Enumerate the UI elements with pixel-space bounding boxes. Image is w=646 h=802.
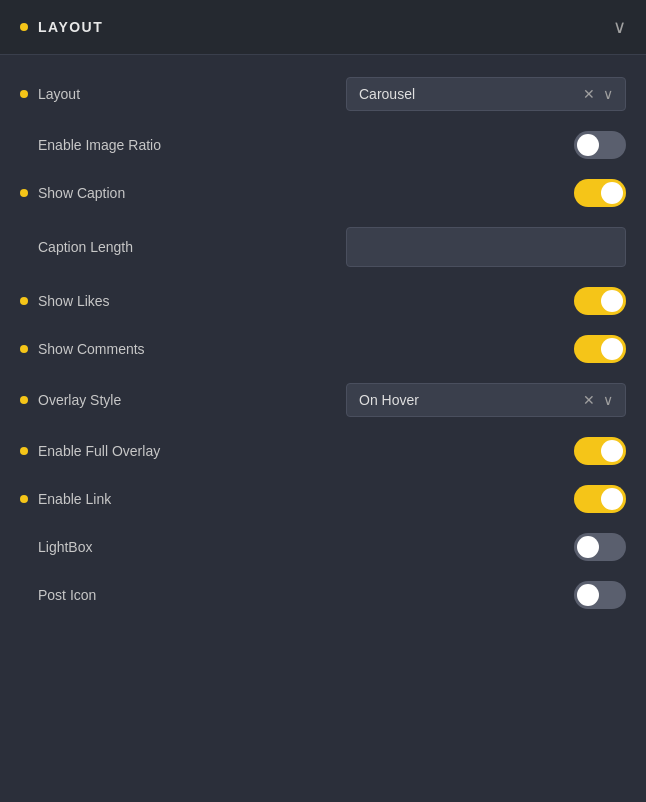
show-likes-toggle[interactable] [574,287,626,315]
enable-link-dot [20,495,28,503]
row-enable-full-overlay: Enable Full Overlay [20,427,626,475]
lightbox-label: LightBox [20,539,92,555]
enable-image-ratio-toggle[interactable] [574,131,626,159]
layout-label: Layout [20,86,80,102]
caption-length-input[interactable] [346,227,626,267]
row-lightbox: LightBox [20,523,626,571]
layout-dot [20,90,28,98]
lightbox-toggle[interactable] [574,533,626,561]
show-comments-toggle[interactable] [574,335,626,363]
overlay-clear-icon[interactable]: ✕ [583,392,595,408]
collapse-chevron-icon[interactable]: ∨ [613,16,626,38]
panel-header: LAYOUT ∨ [0,0,646,55]
row-show-caption: Show Caption [20,169,626,217]
enable-image-ratio-label: Enable Image Ratio [20,137,161,153]
row-show-comments: Show Comments [20,325,626,373]
show-likes-label: Show Likes [20,293,110,309]
enable-link-toggle[interactable] [574,485,626,513]
enable-link-thumb [601,488,623,510]
clear-icon[interactable]: ✕ [583,86,595,102]
layout-select-icons: ✕ ∨ [583,86,613,102]
overlay-style-dot [20,396,28,404]
overlay-style-select-value: On Hover [359,392,419,408]
lightbox-thumb [577,536,599,558]
enable-full-overlay-toggle[interactable] [574,437,626,465]
overlay-chevron-down-icon[interactable]: ∨ [603,392,613,408]
show-caption-toggle[interactable] [574,179,626,207]
caption-length-label: Caption Length [20,239,133,255]
layout-panel: LAYOUT ∨ Layout Carousel ✕ ∨ Enable Imag… [0,0,646,639]
layout-select-value: Carousel [359,86,415,102]
row-show-likes: Show Likes [20,277,626,325]
overlay-style-select[interactable]: On Hover ✕ ∨ [346,383,626,417]
post-icon-label: Post Icon [20,587,96,603]
post-icon-thumb [577,584,599,606]
panel-header-left: LAYOUT [20,19,103,35]
show-caption-dot [20,189,28,197]
post-icon-toggle[interactable] [574,581,626,609]
show-comments-label: Show Comments [20,341,145,357]
row-enable-link: Enable Link [20,475,626,523]
row-enable-image-ratio: Enable Image Ratio [20,121,626,169]
panel-content: Layout Carousel ✕ ∨ Enable Image Ratio [0,55,646,639]
overlay-style-select-icons: ✕ ∨ [583,392,613,408]
show-caption-thumb [601,182,623,204]
header-dot [20,23,28,31]
row-caption-length: Caption Length [20,217,626,277]
row-layout: Layout Carousel ✕ ∨ [20,67,626,121]
show-likes-dot [20,297,28,305]
layout-select[interactable]: Carousel ✕ ∨ [346,77,626,111]
show-caption-label: Show Caption [20,185,125,201]
overlay-style-label: Overlay Style [20,392,121,408]
panel-title: LAYOUT [38,19,103,35]
row-overlay-style: Overlay Style On Hover ✕ ∨ [20,373,626,427]
enable-full-overlay-dot [20,447,28,455]
show-likes-thumb [601,290,623,312]
enable-image-ratio-thumb [577,134,599,156]
chevron-down-icon[interactable]: ∨ [603,86,613,102]
show-comments-dot [20,345,28,353]
enable-link-label: Enable Link [20,491,111,507]
row-post-icon: Post Icon [20,571,626,619]
show-comments-thumb [601,338,623,360]
enable-full-overlay-thumb [601,440,623,462]
enable-full-overlay-label: Enable Full Overlay [20,443,160,459]
